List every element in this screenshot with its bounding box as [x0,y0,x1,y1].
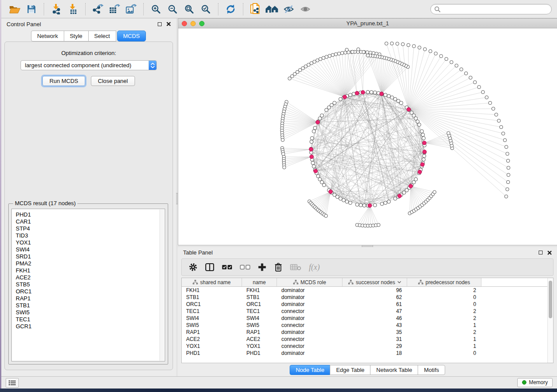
network-node[interactable] [421,133,425,137]
table-cell[interactable]: 46 [343,315,407,321]
result-list-scrollbar[interactable] [159,210,164,361]
mcds-hub-node[interactable] [409,184,413,188]
mcds-result-item[interactable]: PHD1 [16,211,165,218]
network-edge[interactable] [283,122,318,138]
network-node[interactable] [312,165,315,168]
table-row[interactable]: YOX1YOX1connector291 [182,343,553,350]
table-settings-gear-icon[interactable] [189,263,197,272]
mcds-hub-node[interactable] [309,148,313,151]
network-leaf-node[interactable] [481,90,485,94]
network-edge[interactable] [409,110,508,189]
mcds-hub-node[interactable] [418,170,422,174]
network-edge[interactable] [353,52,357,93]
network-edge[interactable] [370,206,379,225]
network-edge[interactable] [381,62,397,94]
table-cell[interactable]: connector [277,343,343,349]
table-cell[interactable]: 29 [343,343,407,349]
table-cell[interactable]: 47 [343,308,407,314]
apply-layout-icon[interactable] [224,2,238,16]
table-cell[interactable]: PHD1 [182,350,242,356]
network-leaf-node[interactable] [407,43,410,47]
network-edge[interactable] [357,196,400,205]
float-panel-icon[interactable] [158,22,162,26]
network-edge[interactable] [409,109,494,110]
network-node[interactable] [370,90,373,94]
network-leaf-node[interactable] [356,48,360,51]
table-cell[interactable]: dominator [277,294,343,300]
column-header-predecessor-nodes[interactable]: predecessor nodes [407,278,481,286]
table-cell[interactable]: 31 [343,336,407,342]
create-column-icon[interactable] [258,263,266,272]
network-edge[interactable] [409,56,441,110]
mcds-result-item[interactable]: PMA2 [16,260,165,267]
mcds-result-item[interactable]: CAR1 [16,218,165,225]
network-edge[interactable] [284,157,312,161]
network-node[interactable] [390,96,394,99]
network-leaf-node[interactable] [506,159,510,163]
network-leaf-node[interactable] [460,68,463,71]
network-edge[interactable] [409,65,457,109]
network-leaf-node[interactable] [362,50,366,54]
network-leaf-node[interactable] [328,54,332,58]
network-node[interactable] [422,158,426,161]
network-node[interactable] [373,91,377,94]
network-edge[interactable] [411,186,418,208]
horizontal-split-divider[interactable] [178,245,557,247]
network-node[interactable] [325,108,328,112]
network-edge[interactable] [357,206,370,225]
tab-network[interactable]: Network [31,31,64,41]
network-node[interactable] [373,203,377,207]
network-edge[interactable] [368,55,381,94]
close-panel-icon[interactable] [166,22,171,26]
table-cell[interactable]: connector [277,336,343,342]
network-leaf-node[interactable] [507,166,510,170]
table-cell[interactable]: YOX1 [242,343,277,349]
network-leaf-node[interactable] [283,166,286,169]
run-mcds-button[interactable]: Run MCDS [42,76,85,86]
column-header-successor-nodes[interactable]: successor nodes [343,278,407,286]
network-edge[interactable] [315,192,331,207]
mcds-result-item[interactable]: YOX1 [16,239,165,246]
network-edge[interactable] [424,133,448,143]
network-edge[interactable] [285,107,318,123]
network-node[interactable] [384,201,387,205]
table-cell[interactable]: ACE2 [242,336,277,342]
vertical-split-handle[interactable] [176,193,178,204]
table-cell[interactable]: TEC1 [242,308,277,314]
zoom-out-icon[interactable] [166,2,180,16]
network-edge[interactable] [409,110,499,121]
mcds-hub-node[interactable] [361,90,365,94]
task-history-button[interactable] [6,378,19,388]
network-leaf-node[interactable] [396,42,399,45]
network-edge[interactable] [409,51,431,109]
network-edge[interactable] [345,53,370,97]
network-leaf-node[interactable] [325,55,329,58]
network-edge[interactable] [424,143,452,148]
network-leaf-node[interactable] [433,190,436,194]
first-neighbors-icon[interactable] [265,2,279,16]
table-cell[interactable]: FKH1 [182,287,242,293]
network-leaf-node[interactable] [477,86,481,89]
network-leaf-node[interactable] [423,48,427,51]
network-node[interactable] [380,202,384,206]
table-cell[interactable]: ORC1 [182,301,242,307]
network-edge[interactable] [287,102,318,123]
table-cell[interactable]: dominator [277,329,343,335]
network-node[interactable] [339,97,342,101]
network-node[interactable] [311,161,315,165]
mcds-hub-node[interactable] [422,141,426,145]
network-node[interactable] [349,93,352,96]
network-leaf-node[interactable] [506,180,510,184]
network-leaf-node[interactable] [439,55,443,58]
mcds-hub-node[interactable] [329,190,332,194]
network-leaf-node[interactable] [345,48,349,52]
unselect-all-columns-icon[interactable] [240,265,250,270]
table-cell[interactable]: PHD1 [242,350,277,356]
network-edge[interactable] [323,58,345,97]
network-node[interactable] [342,199,346,202]
mcds-result-item[interactable]: ACE2 [16,274,165,281]
export-network-icon[interactable] [91,2,105,16]
table-cell[interactable]: dominator [277,301,343,307]
network-edge[interactable] [409,87,479,109]
network-leaf-node[interactable] [366,54,370,57]
